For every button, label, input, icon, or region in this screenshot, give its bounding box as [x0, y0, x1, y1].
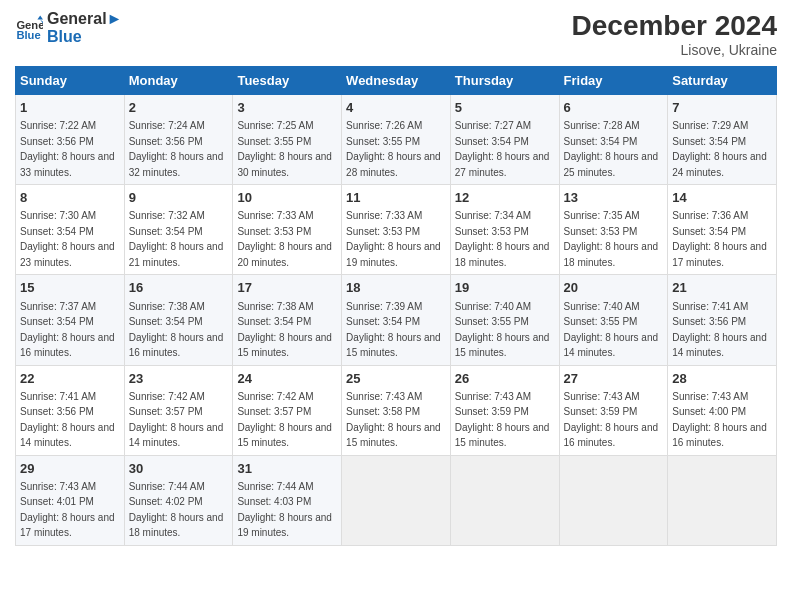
empty-cell [668, 455, 777, 545]
col-thursday: Thursday [450, 67, 559, 95]
day-info: Sunrise: 7:42 AMSunset: 3:57 PMDaylight:… [237, 391, 332, 449]
day-number: 23 [129, 370, 229, 388]
day-info: Sunrise: 7:43 AMSunset: 3:59 PMDaylight:… [564, 391, 659, 449]
day-info: Sunrise: 7:35 AMSunset: 3:53 PMDaylight:… [564, 210, 659, 268]
header-row: Sunday Monday Tuesday Wednesday Thursday… [16, 67, 777, 95]
day-cell-12: 12Sunrise: 7:34 AMSunset: 3:53 PMDayligh… [450, 185, 559, 275]
day-info: Sunrise: 7:25 AMSunset: 3:55 PMDaylight:… [237, 120, 332, 178]
day-cell-15: 15Sunrise: 7:37 AMSunset: 3:54 PMDayligh… [16, 275, 125, 365]
day-number: 31 [237, 460, 337, 478]
day-number: 3 [237, 99, 337, 117]
day-info: Sunrise: 7:30 AMSunset: 3:54 PMDaylight:… [20, 210, 115, 268]
day-info: Sunrise: 7:42 AMSunset: 3:57 PMDaylight:… [129, 391, 224, 449]
day-number: 14 [672, 189, 772, 207]
day-number: 1 [20, 99, 120, 117]
day-cell-4: 4Sunrise: 7:26 AMSunset: 3:55 PMDaylight… [342, 95, 451, 185]
week-row-0: 1Sunrise: 7:22 AMSunset: 3:56 PMDaylight… [16, 95, 777, 185]
day-cell-16: 16Sunrise: 7:38 AMSunset: 3:54 PMDayligh… [124, 275, 233, 365]
logo-blue: Blue [47, 28, 122, 46]
day-cell-27: 27Sunrise: 7:43 AMSunset: 3:59 PMDayligh… [559, 365, 668, 455]
day-info: Sunrise: 7:38 AMSunset: 3:54 PMDaylight:… [237, 301, 332, 359]
day-cell-20: 20Sunrise: 7:40 AMSunset: 3:55 PMDayligh… [559, 275, 668, 365]
location: Lisove, Ukraine [572, 42, 777, 58]
day-number: 25 [346, 370, 446, 388]
day-cell-28: 28Sunrise: 7:43 AMSunset: 4:00 PMDayligh… [668, 365, 777, 455]
day-info: Sunrise: 7:37 AMSunset: 3:54 PMDaylight:… [20, 301, 115, 359]
day-cell-19: 19Sunrise: 7:40 AMSunset: 3:55 PMDayligh… [450, 275, 559, 365]
day-info: Sunrise: 7:39 AMSunset: 3:54 PMDaylight:… [346, 301, 441, 359]
day-info: Sunrise: 7:43 AMSunset: 3:59 PMDaylight:… [455, 391, 550, 449]
calendar-table: Sunday Monday Tuesday Wednesday Thursday… [15, 66, 777, 546]
day-info: Sunrise: 7:44 AMSunset: 4:02 PMDaylight:… [129, 481, 224, 539]
empty-cell [342, 455, 451, 545]
day-cell-18: 18Sunrise: 7:39 AMSunset: 3:54 PMDayligh… [342, 275, 451, 365]
svg-text:Blue: Blue [16, 29, 40, 41]
day-cell-30: 30Sunrise: 7:44 AMSunset: 4:02 PMDayligh… [124, 455, 233, 545]
day-cell-7: 7Sunrise: 7:29 AMSunset: 3:54 PMDaylight… [668, 95, 777, 185]
day-info: Sunrise: 7:24 AMSunset: 3:56 PMDaylight:… [129, 120, 224, 178]
day-cell-21: 21Sunrise: 7:41 AMSunset: 3:56 PMDayligh… [668, 275, 777, 365]
day-number: 19 [455, 279, 555, 297]
day-cell-29: 29Sunrise: 7:43 AMSunset: 4:01 PMDayligh… [16, 455, 125, 545]
day-info: Sunrise: 7:32 AMSunset: 3:54 PMDaylight:… [129, 210, 224, 268]
day-number: 26 [455, 370, 555, 388]
day-cell-9: 9Sunrise: 7:32 AMSunset: 3:54 PMDaylight… [124, 185, 233, 275]
col-tuesday: Tuesday [233, 67, 342, 95]
day-cell-6: 6Sunrise: 7:28 AMSunset: 3:54 PMDaylight… [559, 95, 668, 185]
col-saturday: Saturday [668, 67, 777, 95]
day-info: Sunrise: 7:27 AMSunset: 3:54 PMDaylight:… [455, 120, 550, 178]
day-number: 21 [672, 279, 772, 297]
day-cell-31: 31Sunrise: 7:44 AMSunset: 4:03 PMDayligh… [233, 455, 342, 545]
logo: General Blue General► Blue [15, 10, 122, 45]
day-info: Sunrise: 7:40 AMSunset: 3:55 PMDaylight:… [564, 301, 659, 359]
day-number: 6 [564, 99, 664, 117]
day-number: 2 [129, 99, 229, 117]
day-info: Sunrise: 7:41 AMSunset: 3:56 PMDaylight:… [20, 391, 115, 449]
day-number: 30 [129, 460, 229, 478]
logo-icon: General Blue [15, 14, 43, 42]
day-cell-5: 5Sunrise: 7:27 AMSunset: 3:54 PMDaylight… [450, 95, 559, 185]
day-number: 16 [129, 279, 229, 297]
day-info: Sunrise: 7:33 AMSunset: 3:53 PMDaylight:… [237, 210, 332, 268]
empty-cell [450, 455, 559, 545]
col-wednesday: Wednesday [342, 67, 451, 95]
col-friday: Friday [559, 67, 668, 95]
day-number: 7 [672, 99, 772, 117]
day-info: Sunrise: 7:29 AMSunset: 3:54 PMDaylight:… [672, 120, 767, 178]
week-row-2: 15Sunrise: 7:37 AMSunset: 3:54 PMDayligh… [16, 275, 777, 365]
empty-cell [559, 455, 668, 545]
day-cell-2: 2Sunrise: 7:24 AMSunset: 3:56 PMDaylight… [124, 95, 233, 185]
day-number: 29 [20, 460, 120, 478]
day-number: 28 [672, 370, 772, 388]
day-info: Sunrise: 7:40 AMSunset: 3:55 PMDaylight:… [455, 301, 550, 359]
day-cell-25: 25Sunrise: 7:43 AMSunset: 3:58 PMDayligh… [342, 365, 451, 455]
day-number: 17 [237, 279, 337, 297]
day-cell-26: 26Sunrise: 7:43 AMSunset: 3:59 PMDayligh… [450, 365, 559, 455]
day-number: 11 [346, 189, 446, 207]
month-title: December 2024 [572, 10, 777, 42]
day-cell-23: 23Sunrise: 7:42 AMSunset: 3:57 PMDayligh… [124, 365, 233, 455]
day-info: Sunrise: 7:41 AMSunset: 3:56 PMDaylight:… [672, 301, 767, 359]
week-row-1: 8Sunrise: 7:30 AMSunset: 3:54 PMDaylight… [16, 185, 777, 275]
day-number: 18 [346, 279, 446, 297]
page-header: General Blue General► Blue December 2024… [15, 10, 777, 58]
week-row-3: 22Sunrise: 7:41 AMSunset: 3:56 PMDayligh… [16, 365, 777, 455]
day-info: Sunrise: 7:36 AMSunset: 3:54 PMDaylight:… [672, 210, 767, 268]
day-number: 4 [346, 99, 446, 117]
day-number: 15 [20, 279, 120, 297]
day-number: 22 [20, 370, 120, 388]
day-number: 24 [237, 370, 337, 388]
day-info: Sunrise: 7:33 AMSunset: 3:53 PMDaylight:… [346, 210, 441, 268]
day-cell-13: 13Sunrise: 7:35 AMSunset: 3:53 PMDayligh… [559, 185, 668, 275]
day-cell-17: 17Sunrise: 7:38 AMSunset: 3:54 PMDayligh… [233, 275, 342, 365]
day-info: Sunrise: 7:22 AMSunset: 3:56 PMDaylight:… [20, 120, 115, 178]
svg-marker-2 [37, 15, 43, 19]
day-cell-22: 22Sunrise: 7:41 AMSunset: 3:56 PMDayligh… [16, 365, 125, 455]
day-number: 13 [564, 189, 664, 207]
title-area: December 2024 Lisove, Ukraine [572, 10, 777, 58]
day-info: Sunrise: 7:43 AMSunset: 4:01 PMDaylight:… [20, 481, 115, 539]
day-cell-11: 11Sunrise: 7:33 AMSunset: 3:53 PMDayligh… [342, 185, 451, 275]
day-number: 8 [20, 189, 120, 207]
day-number: 10 [237, 189, 337, 207]
logo-general: General► [47, 10, 122, 28]
